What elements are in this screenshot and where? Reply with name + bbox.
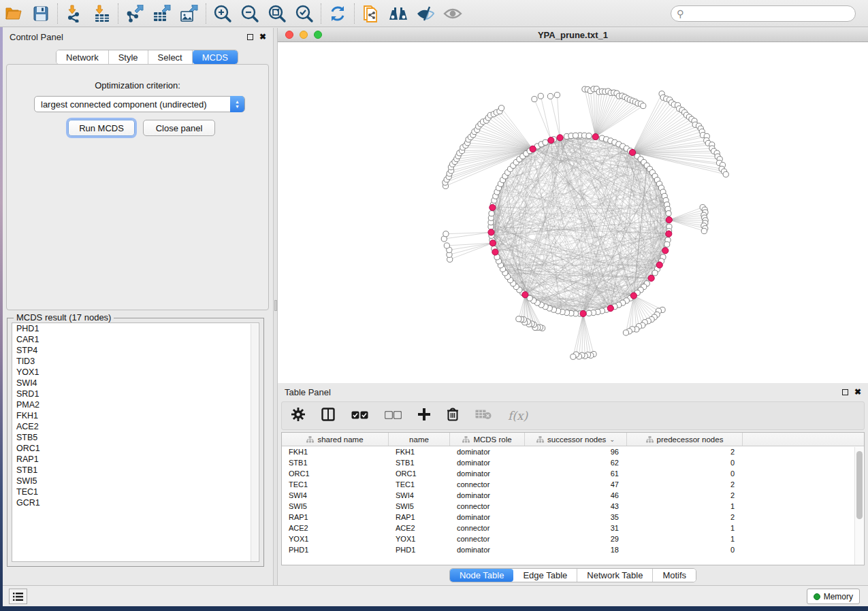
table-row[interactable]: ACE2ACE2connector311 bbox=[282, 523, 864, 533]
table-cell[interactable]: 43 bbox=[525, 502, 627, 510]
table-cell[interactable]: 18 bbox=[525, 546, 627, 554]
deselect-all-icon[interactable] bbox=[385, 410, 402, 422]
network-node[interactable] bbox=[586, 310, 592, 316]
table-cell[interactable]: FKH1 bbox=[389, 448, 450, 456]
mcds-result-item[interactable]: GCR1 bbox=[12, 497, 259, 508]
close-panel-icon[interactable]: ✖ bbox=[854, 388, 861, 396]
table-cell[interactable]: connector bbox=[450, 502, 525, 510]
mcds-result-item[interactable]: YOX1 bbox=[12, 367, 259, 378]
mcds-hub-node[interactable] bbox=[492, 249, 498, 255]
table-cell[interactable]: YOX1 bbox=[389, 535, 450, 543]
network-node[interactable] bbox=[543, 139, 548, 145]
mcds-result-item[interactable]: ORC1 bbox=[12, 443, 259, 454]
network-node[interactable] bbox=[652, 270, 658, 276]
network-node[interactable] bbox=[723, 171, 728, 177]
column-header-MCDS-role[interactable]: MCDS role bbox=[450, 433, 525, 446]
table-cell[interactable]: 2 bbox=[627, 513, 743, 521]
network-node[interactable] bbox=[570, 354, 576, 359]
table-cell[interactable]: YOX1 bbox=[282, 535, 389, 543]
mcds-hub-node[interactable] bbox=[666, 217, 672, 223]
table-cell[interactable]: FKH1 bbox=[282, 448, 389, 456]
mcds-result-item[interactable]: STB1 bbox=[12, 465, 259, 476]
network-node[interactable] bbox=[573, 133, 578, 138]
mcds-hub-node[interactable] bbox=[656, 262, 662, 268]
tab-node-table[interactable]: Node Table bbox=[450, 569, 514, 582]
table-cell[interactable]: SWI4 bbox=[282, 491, 389, 499]
zoom-selected-icon[interactable] bbox=[291, 2, 318, 25]
table-scrollbar[interactable] bbox=[854, 447, 863, 565]
mcds-result-item[interactable]: PMA2 bbox=[12, 399, 259, 410]
network-node[interactable] bbox=[444, 243, 449, 248]
table-cell[interactable]: 29 bbox=[525, 535, 627, 543]
vertical-splitter[interactable] bbox=[273, 28, 278, 585]
table-row[interactable]: TEC1TEC1connector472 bbox=[282, 479, 864, 490]
column-header-predecessor-nodes[interactable]: predecessor nodes bbox=[627, 433, 743, 446]
table-cell[interactable]: 46 bbox=[525, 491, 627, 499]
mcds-result-item[interactable]: SRD1 bbox=[12, 389, 259, 399]
import-network-icon[interactable] bbox=[61, 2, 88, 25]
table-cell[interactable]: 0 bbox=[627, 546, 743, 554]
mcds-hub-node[interactable] bbox=[489, 240, 496, 246]
export-table-icon[interactable] bbox=[148, 2, 176, 25]
table-header-row[interactable]: shared namenameMCDS rolesuccessor nodes⌄… bbox=[282, 433, 864, 446]
mcds-result-item[interactable]: STB5 bbox=[12, 432, 259, 443]
search-box[interactable]: ⚲ bbox=[671, 5, 856, 22]
table-cell[interactable]: dominator bbox=[450, 546, 525, 554]
table-cell[interactable]: 1 bbox=[627, 524, 743, 532]
table-cell[interactable]: PHD1 bbox=[389, 546, 450, 554]
table-row[interactable]: SWI5SWI5connector431 bbox=[282, 501, 864, 512]
network-node[interactable] bbox=[443, 231, 449, 237]
clone-network-icon[interactable] bbox=[357, 2, 385, 25]
network-node[interactable] bbox=[586, 133, 592, 139]
network-node[interactable] bbox=[498, 105, 504, 111]
tab-network[interactable]: Network bbox=[57, 50, 109, 64]
network-node[interactable] bbox=[623, 330, 628, 335]
mcds-hub-node[interactable] bbox=[629, 149, 635, 155]
table-row[interactable]: ORC1ORC1dominator610 bbox=[282, 468, 864, 479]
mcds-result-item[interactable]: SWI5 bbox=[12, 476, 259, 486]
network-window-titlebar[interactable]: YPA_prune.txt_1 bbox=[278, 28, 868, 42]
tab-style[interactable]: Style bbox=[109, 50, 148, 64]
mcds-result-list[interactable]: PHD1CAR1STP4TID3YOX1SWI4SRD1PMA2FKH1ACE2… bbox=[12, 323, 259, 562]
add-column-icon[interactable] bbox=[418, 408, 430, 423]
table-row[interactable]: STB1STB1dominator620 bbox=[282, 457, 864, 468]
table-cell[interactable]: 47 bbox=[525, 480, 627, 489]
table-cell[interactable]: STB1 bbox=[282, 459, 389, 467]
mcds-hub-node[interactable] bbox=[662, 248, 669, 254]
mcds-result-item[interactable]: TEC1 bbox=[12, 486, 259, 497]
network-node[interactable] bbox=[547, 93, 553, 99]
export-image-icon[interactable] bbox=[176, 2, 203, 25]
mcds-result-item[interactable]: PHD1 bbox=[12, 323, 259, 334]
mcds-hub-node[interactable] bbox=[530, 146, 536, 152]
network-node[interactable] bbox=[664, 242, 670, 247]
table-cell[interactable]: 2 bbox=[627, 480, 743, 489]
optimization-criterion-select[interactable]: largest connected component (undirected)… bbox=[34, 96, 245, 112]
memory-button[interactable]: Memory bbox=[807, 589, 860, 604]
mcds-result-item[interactable]: STP4 bbox=[12, 345, 259, 356]
mcds-result-item[interactable]: FKH1 bbox=[12, 410, 259, 421]
table-cell[interactable]: ORC1 bbox=[389, 469, 450, 478]
mcds-result-item[interactable]: ACE2 bbox=[12, 421, 259, 432]
refresh-layout-icon[interactable] bbox=[324, 2, 351, 25]
table-cell[interactable]: TEC1 bbox=[389, 480, 450, 489]
table-cell[interactable]: 0 bbox=[627, 459, 743, 467]
mcds-hub-node[interactable] bbox=[489, 204, 496, 210]
open-file-icon[interactable] bbox=[0, 2, 27, 25]
table-cell[interactable]: TEC1 bbox=[282, 480, 389, 489]
zoom-fit-icon[interactable] bbox=[263, 2, 291, 25]
table-cell[interactable]: 2 bbox=[627, 448, 743, 456]
table-cell[interactable]: connector bbox=[450, 535, 525, 543]
network-node[interactable] bbox=[516, 316, 521, 322]
zoom-out-icon[interactable] bbox=[236, 2, 263, 25]
table-cell[interactable]: dominator bbox=[450, 448, 525, 456]
table-cell[interactable]: ACE2 bbox=[389, 524, 450, 532]
table-cell[interactable]: ACE2 bbox=[282, 524, 389, 532]
mcds-result-item[interactable]: TID3 bbox=[12, 356, 259, 367]
table-cell[interactable]: connector bbox=[450, 524, 525, 532]
task-history-button[interactable] bbox=[9, 589, 27, 604]
table-cell[interactable]: SWI5 bbox=[389, 502, 450, 510]
table-cell[interactable]: SWI4 bbox=[389, 491, 450, 499]
table-cell[interactable]: 1 bbox=[627, 535, 743, 543]
table-cell[interactable]: PHD1 bbox=[282, 546, 389, 554]
zoom-in-icon[interactable] bbox=[209, 2, 236, 25]
